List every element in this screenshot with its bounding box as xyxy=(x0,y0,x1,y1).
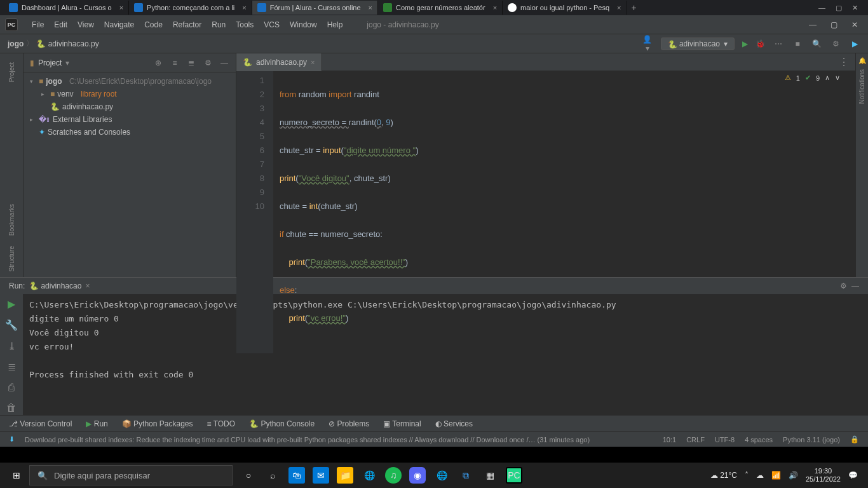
menu-vcs[interactable]: VCS xyxy=(259,20,285,29)
status-caret-pos[interactable]: 10:1 xyxy=(663,436,676,444)
breadcrumb[interactable]: 🐍 adivinhacao.py xyxy=(36,39,98,48)
tool-terminal[interactable]: ▣ Terminal xyxy=(383,419,421,428)
menu-window[interactable]: Window xyxy=(285,20,322,29)
chevron-up-icon[interactable]: ∧ xyxy=(825,74,830,82)
menu-tools[interactable]: Tools xyxy=(231,20,259,29)
collapse-all-icon[interactable]: ≣ xyxy=(186,58,196,67)
menu-code[interactable]: Code xyxy=(139,20,168,29)
learn-icon[interactable]: ▶ xyxy=(849,39,860,48)
close-icon[interactable]: × xyxy=(311,58,315,66)
close-icon[interactable]: × xyxy=(85,281,90,290)
pycharm-taskbar-icon[interactable]: PC xyxy=(506,467,522,484)
browser-tab[interactable]: Python: começando com a li× xyxy=(129,1,252,15)
more-run-icon[interactable]: ⋯ xyxy=(773,39,784,48)
menu-view[interactable]: View xyxy=(72,20,99,29)
tree-scratches[interactable]: ✦ Scratches and Consoles xyxy=(24,126,236,139)
spotify-icon[interactable]: ♫ xyxy=(385,467,402,484)
tree-root[interactable]: ▾■ jogo C:\Users\Erick\Desktop\programac… xyxy=(24,75,236,88)
explorer-icon[interactable]: 📁 xyxy=(337,467,353,484)
cortana-icon[interactable]: ⌕ xyxy=(264,467,281,484)
browser-tab[interactable]: Como gerar números aleatór× xyxy=(378,1,503,15)
new-tab-button[interactable]: + xyxy=(627,3,641,13)
close-icon[interactable]: × xyxy=(365,4,372,11)
debug-button[interactable]: 🐞 xyxy=(756,39,765,48)
minimize-icon[interactable]: ― xyxy=(818,4,825,12)
tool-tab-bookmarks[interactable]: Bookmarks xyxy=(7,199,17,241)
close-icon[interactable]: × xyxy=(613,4,621,11)
start-button[interactable]: ⊞ xyxy=(4,470,29,480)
code-editor[interactable]: 12345678910 from random import randint n… xyxy=(236,71,855,353)
tool-problems[interactable]: ⊘ Problems xyxy=(329,419,369,428)
code-content[interactable]: from random import randint numero_secret… xyxy=(273,71,855,353)
chrome-icon-2[interactable]: 🌐 xyxy=(433,467,450,484)
tree-venv[interactable]: ▸■ venv library root xyxy=(24,88,236,100)
store-icon[interactable]: 🛍 xyxy=(288,467,305,484)
maximize-icon[interactable]: ▢ xyxy=(831,20,837,29)
browser-tab[interactable]: maior ou igual python - Pesq× xyxy=(503,1,627,15)
taskbar-search[interactable]: 🔍 Digite aqui para pesquisar xyxy=(29,465,233,485)
browser-tab[interactable]: Dashboard | Alura - Cursos o× xyxy=(4,1,129,15)
tool-python-console[interactable]: 🐍 Python Console xyxy=(249,419,315,428)
user-icon[interactable]: 👤▾ xyxy=(642,35,653,53)
stop-button[interactable]: ■ xyxy=(792,39,803,48)
tool-tab-notifications[interactable]: Notifications xyxy=(857,64,867,109)
down-icon[interactable]: ⤓ xyxy=(8,340,16,352)
tool-tab-project[interactable]: Project xyxy=(7,57,17,87)
menu-help[interactable]: Help xyxy=(322,20,348,29)
tray-clock[interactable]: 19:30 25/11/2022 xyxy=(806,467,841,484)
project-tree[interactable]: ▾■ jogo C:\Users\Erick\Desktop\programac… xyxy=(24,72,236,141)
notifications-bell-icon[interactable]: 🔔 xyxy=(858,57,866,64)
tool-version-control[interactable]: ⎇ Version Control xyxy=(9,419,72,428)
status-message[interactable]: Download pre-built shared indexes: Reduc… xyxy=(25,436,590,444)
maximize-icon[interactable]: ▢ xyxy=(836,4,842,12)
menu-refactor[interactable]: Refactor xyxy=(168,20,207,29)
menu-navigate[interactable]: Navigate xyxy=(99,20,139,29)
wrench-icon[interactable]: 🔧 xyxy=(5,319,18,331)
weather-widget[interactable]: ☁ 21°C xyxy=(710,471,737,480)
status-charset[interactable]: UTF-8 xyxy=(715,436,735,444)
close-icon[interactable]: × xyxy=(116,4,123,11)
menu-edit[interactable]: Edit xyxy=(49,20,72,29)
minecraft-icon[interactable]: ▦ xyxy=(482,467,498,484)
chevron-down-icon[interactable]: ∨ xyxy=(835,74,840,82)
status-indent[interactable]: 4 spaces xyxy=(745,436,773,444)
tool-services[interactable]: ◐ Services xyxy=(435,419,473,428)
layout-icon[interactable]: ≣ xyxy=(8,361,16,373)
expand-all-icon[interactable]: ≡ xyxy=(170,58,180,67)
minimize-icon[interactable]: ― xyxy=(809,20,817,29)
tool-python-packages[interactable]: 📦 Python Packages xyxy=(122,419,193,428)
print-icon[interactable]: ⎙ xyxy=(8,382,15,393)
mail-icon[interactable]: ✉ xyxy=(313,467,329,484)
tool-tab-structure[interactable]: Structure xyxy=(7,241,17,277)
hide-icon[interactable]: ― xyxy=(219,58,229,67)
discord-icon[interactable]: ◉ xyxy=(409,467,426,484)
tray-notifications-icon[interactable]: 💬 xyxy=(848,471,858,480)
tool-run[interactable]: ▶ Run xyxy=(86,419,107,428)
lock-icon[interactable]: 🔒 xyxy=(850,435,859,444)
tree-file[interactable]: 🐍 adivinhacao.py xyxy=(24,100,236,113)
browser-tab-active[interactable]: Fórum | Alura - Cursos online× xyxy=(252,1,378,15)
gear-icon[interactable]: ⚙ xyxy=(203,58,213,67)
editor-tab[interactable]: 🐍 adivinhacao.py × xyxy=(236,53,322,71)
tray-onedrive-icon[interactable]: ☁ xyxy=(756,471,764,480)
tray-chevron-icon[interactable]: ˄ xyxy=(745,471,749,480)
select-opened-icon[interactable]: ⊕ xyxy=(153,58,163,67)
menu-file[interactable]: File xyxy=(27,20,49,29)
close-icon[interactable]: × xyxy=(238,4,246,11)
close-icon[interactable]: ✕ xyxy=(852,4,858,12)
trash-icon[interactable]: 🗑 xyxy=(6,402,17,414)
run-button[interactable]: ▶ xyxy=(742,39,748,48)
status-interpreter[interactable]: Python 3.11 (jogo) xyxy=(783,436,840,444)
chevron-down-icon[interactable]: ▾ xyxy=(65,58,69,67)
chrome-icon[interactable]: 🌐 xyxy=(361,467,377,484)
vscode-icon[interactable]: ⧉ xyxy=(458,467,474,484)
status-line-sep[interactable]: CRLF xyxy=(686,436,705,444)
close-icon[interactable]: ✕ xyxy=(851,20,858,29)
editor-inspection-indicators[interactable]: ⚠1 ✔9 ∧ ∨ xyxy=(785,74,840,82)
gear-icon[interactable]: ⚙ xyxy=(830,39,841,48)
tray-wifi-icon[interactable]: 📶 xyxy=(771,471,781,480)
tray-volume-icon[interactable]: 🔊 xyxy=(789,471,798,480)
close-icon[interactable]: × xyxy=(489,4,497,11)
search-icon[interactable]: 🔍 xyxy=(811,39,822,48)
tool-todo[interactable]: ≡ TODO xyxy=(207,419,236,428)
